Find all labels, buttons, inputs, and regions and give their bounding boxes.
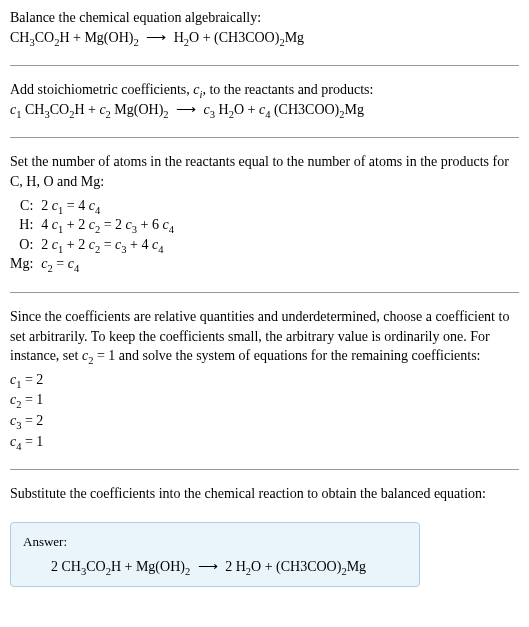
- t: =: [100, 237, 115, 252]
- eq-text: CO: [50, 102, 69, 117]
- section-substitute: Substitute the coefficients into the che…: [10, 484, 519, 504]
- text: Add stoichiometric coefficients,: [10, 82, 193, 97]
- t: Mg: [347, 559, 366, 574]
- eq-row-mg: Mg: c2 = c4: [10, 254, 174, 274]
- eq-value: 2 c1 + 2 c2 = c3 + 4 c4: [41, 235, 174, 255]
- v: = 2: [21, 413, 43, 428]
- substitute-text: Substitute the coefficients into the che…: [10, 484, 519, 504]
- eq-text: (CH3COO): [270, 102, 339, 117]
- t: 2: [41, 237, 52, 252]
- eq-text: O + (CH3COO): [189, 30, 279, 45]
- eq-row-o: O: 2 c1 + 2 c2 = c3 + 4 c4: [10, 235, 174, 255]
- eq-value: 4 c1 + 2 c2 = 2 c3 + 6 c4: [41, 215, 174, 235]
- coef-c2: c2 = 1: [10, 390, 519, 410]
- section-intro: Balance the chemical equation algebraica…: [10, 8, 519, 47]
- t: CO: [86, 559, 105, 574]
- t: H + Mg(OH): [111, 559, 185, 574]
- answer-label: Answer:: [23, 533, 407, 551]
- eq-text: CO: [35, 30, 54, 45]
- eq-text: Mg(OH): [111, 102, 164, 117]
- t: O + (CH3COO): [251, 559, 341, 574]
- s: 2: [185, 566, 190, 577]
- eq-label: H:: [10, 215, 41, 235]
- eq-row-c: C: 2 c1 = 4 c4: [10, 196, 174, 216]
- s: 4: [74, 263, 79, 274]
- eq-text: H +: [74, 102, 99, 117]
- eq-text: CH: [10, 30, 29, 45]
- section-atoms: Set the number of atoms in the reactants…: [10, 152, 519, 274]
- section-stoich: Add stoichiometric coefficients, ci, to …: [10, 80, 519, 119]
- t: + 2: [63, 237, 88, 252]
- eq-value: 2 c1 = 4 c4: [41, 196, 174, 216]
- v: = 2: [21, 372, 43, 387]
- eq-text: O +: [234, 102, 259, 117]
- stoich-equation: c1 CH3CO2H + c2 Mg(OH)2 ⟶ c3 H2O + c4 (C…: [10, 100, 519, 120]
- answer-box: Answer: 2 CH3CO2H + Mg(OH)2 ⟶ 2 H2O + (C…: [10, 522, 420, 588]
- divider: [10, 65, 519, 66]
- eq-text: CH: [21, 102, 44, 117]
- atoms-intro: Set the number of atoms in the reactants…: [10, 152, 519, 191]
- t: 4: [41, 217, 52, 232]
- t: + 2: [63, 217, 88, 232]
- arrow-icon: ⟶: [146, 28, 166, 48]
- t: + 4: [127, 237, 152, 252]
- t: 2: [41, 198, 52, 213]
- unbalanced-equation: CH3CO2H + Mg(OH)2 ⟶ H2O + (CH3COO)2Mg: [10, 28, 519, 48]
- t: + 6: [137, 217, 162, 232]
- t: = 2: [100, 217, 125, 232]
- atom-equations: C: 2 c1 = 4 c4 H: 4 c1 + 2 c2 = 2 c3 + 6…: [10, 196, 174, 274]
- s: 4: [95, 204, 100, 215]
- t: 2 CH: [51, 559, 81, 574]
- eq-label: Mg:: [10, 254, 41, 274]
- solve-intro: Since the coefficients are relative quan…: [10, 307, 519, 366]
- coef-c1: c1 = 2: [10, 370, 519, 390]
- s: 4: [158, 244, 163, 255]
- v: = 1: [21, 434, 43, 449]
- intro-line: Balance the chemical equation algebraica…: [10, 8, 519, 28]
- eq-value: c2 = c4: [41, 254, 174, 274]
- t: = 4: [63, 198, 88, 213]
- s: 4: [169, 224, 174, 235]
- arrow-icon: ⟶: [176, 100, 196, 120]
- coef-c4: c4 = 1: [10, 432, 519, 452]
- text: , to the reactants and products:: [202, 82, 373, 97]
- t: =: [53, 256, 68, 271]
- t: 2 H: [225, 559, 246, 574]
- subscript: 2: [163, 109, 168, 120]
- stoich-intro: Add stoichiometric coefficients, ci, to …: [10, 80, 519, 100]
- divider: [10, 137, 519, 138]
- eq-text: Mg: [345, 102, 364, 117]
- eq-label: O:: [10, 235, 41, 255]
- eq-label: C:: [10, 196, 41, 216]
- eq-text: H + Mg(OH): [59, 30, 133, 45]
- eq-text: H: [174, 30, 184, 45]
- section-solve: Since the coefficients are relative quan…: [10, 307, 519, 451]
- divider: [10, 292, 519, 293]
- coefficient-values: c1 = 2 c2 = 1 c3 = 2 c4 = 1: [10, 370, 519, 451]
- arrow-icon: ⟶: [198, 557, 218, 577]
- subscript: 2: [133, 36, 138, 47]
- v: = 1: [21, 392, 43, 407]
- eq-text: Mg: [285, 30, 304, 45]
- coef-c3: c3 = 2: [10, 411, 519, 431]
- text: = 1 and solve the system of equations fo…: [93, 348, 480, 363]
- divider: [10, 469, 519, 470]
- balanced-equation: 2 CH3CO2H + Mg(OH)2 ⟶ 2 H2O + (CH3COO)2M…: [23, 557, 407, 577]
- eq-row-h: H: 4 c1 + 2 c2 = 2 c3 + 6 c4: [10, 215, 174, 235]
- eq-text: H: [215, 102, 229, 117]
